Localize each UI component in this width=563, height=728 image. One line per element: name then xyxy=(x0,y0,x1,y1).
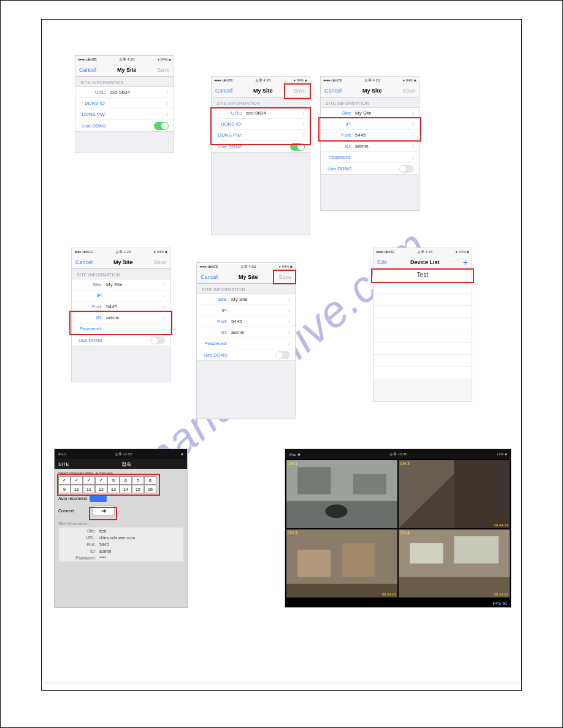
nav-title: My Site xyxy=(239,274,258,280)
row-port[interactable]: Port:5445› xyxy=(72,301,170,313)
toggle-off[interactable] xyxy=(275,351,290,359)
row-use-ddns[interactable]: Use DDNS xyxy=(75,120,174,131)
toggle-off[interactable] xyxy=(150,336,165,344)
svg-point-4 xyxy=(325,504,347,518)
row-id[interactable]: ID:admin› xyxy=(321,141,419,152)
channels-label: Select channels (Max. 4 channel) xyxy=(55,469,187,476)
channel-label: CH 4 xyxy=(400,531,410,535)
row-use-ddns[interactable]: Use DDNS xyxy=(72,335,170,346)
svg-rect-3 xyxy=(353,474,386,494)
channel-cell[interactable]: 13 xyxy=(107,485,120,493)
channel-cell[interactable]: ✓ xyxy=(95,476,107,485)
row-ip[interactable]: IP:› xyxy=(72,290,170,301)
row-port[interactable]: Port:5445› xyxy=(321,130,419,141)
list-row xyxy=(373,367,472,379)
camera-1[interactable]: CH 1 xyxy=(286,460,397,528)
title-bar: SITE 접속 xyxy=(55,459,187,469)
row-url[interactable]: URL: cxd-9604 › xyxy=(75,87,174,98)
cancel-button[interactable]: Cancel xyxy=(75,259,93,265)
list-row xyxy=(373,318,472,330)
toggle-on[interactable] xyxy=(290,143,305,151)
channel-row-1: ✓ ✓ ✓ ✓ 5 6 7 8 xyxy=(58,476,183,485)
auto-reconnect-toggle[interactable] xyxy=(90,495,107,502)
add-button[interactable]: + xyxy=(463,258,468,267)
channel-cell[interactable]: 15 xyxy=(132,485,144,493)
screen-ip-port: ●●●●○ olleh LTE 오후 4:26 ● 94% ■ Cancel M… xyxy=(320,76,419,211)
channel-label: CH 3 xyxy=(288,531,297,535)
channel-cell[interactable]: 8 xyxy=(144,476,156,485)
row-site[interactable]: Site:My Site› xyxy=(197,294,295,305)
list-row xyxy=(373,355,472,367)
channel-cell[interactable]: 14 xyxy=(120,485,132,493)
row-ddns-pw[interactable]: DDNS PW: › xyxy=(212,130,310,141)
row-site[interactable]: Site:My Site› xyxy=(321,108,419,119)
chevron-right-icon: › xyxy=(303,110,305,116)
row-ddns-id[interactable]: DDNS ID: › xyxy=(75,98,174,109)
row-use-ddns[interactable]: Use DDNS xyxy=(212,141,310,152)
camera-2[interactable]: CH 2 08:44:24 xyxy=(399,460,510,528)
row-use-ddns[interactable]: Use DDNS xyxy=(197,349,295,360)
toggle-on[interactable] xyxy=(154,122,169,130)
edit-button[interactable]: Edit xyxy=(377,259,387,265)
page: manualshive.com ●●●●○ olleh LTE 오후 4:28 … xyxy=(0,0,563,728)
chevron-right-icon: › xyxy=(412,110,414,116)
info-url: URL:ddns.cctvuser.com xyxy=(59,534,183,541)
row-id[interactable]: ID:admin› xyxy=(197,327,295,338)
camera-grid: CH 1 CH 2 08:44:24 CH 3 08:44:24 CH 4 08… xyxy=(285,459,511,599)
channel-cell[interactable]: 16 xyxy=(144,485,156,493)
status-bar: iPad ✺ 오후 12:30 17% ■ xyxy=(285,449,511,459)
channel-cell[interactable]: ✓ xyxy=(71,476,83,485)
camera-3[interactable]: CH 3 08:44:24 xyxy=(286,529,397,597)
save-button[interactable]: Save xyxy=(278,274,291,280)
svg-rect-14 xyxy=(454,536,499,563)
cancel-button[interactable]: Cancel xyxy=(215,88,232,94)
camera-4[interactable]: CH 4 08:44:24 xyxy=(399,529,510,597)
nav-title: My Site xyxy=(362,88,382,94)
save-button[interactable]: Save xyxy=(293,88,306,94)
svg-rect-13 xyxy=(410,543,443,563)
row-ip[interactable]: IP:› xyxy=(197,305,295,316)
row-password[interactable]: Password:› xyxy=(321,152,419,163)
site-info-header: Site Information xyxy=(55,518,187,527)
channel-cell[interactable]: 6 xyxy=(120,476,132,485)
cancel-button[interactable]: Cancel xyxy=(79,67,96,73)
channel-cell[interactable]: ✓ xyxy=(83,476,95,485)
channel-cell[interactable]: 5 xyxy=(107,476,120,485)
section-site-info: SITE INFORMATION xyxy=(75,77,174,86)
row-use-ddns[interactable]: Use DDNS xyxy=(321,163,419,174)
row-site[interactable]: Site:My Site› xyxy=(72,279,170,290)
row-ddns-pw[interactable]: DDNS PW: › xyxy=(75,109,174,120)
screen-device-list: ●●●●○ olleh LTE 오후 4:26 ● 94% ■ Edit Dev… xyxy=(373,248,472,402)
channel-cell[interactable]: ✓ xyxy=(58,476,71,485)
save-button[interactable]: Save xyxy=(157,67,170,73)
nav-title: Device List xyxy=(410,259,440,265)
save-button[interactable]: Save xyxy=(153,259,166,265)
nav-title: My Site xyxy=(113,259,133,265)
row-port[interactable]: Port:5445› xyxy=(197,316,295,327)
channel-cell[interactable]: 10 xyxy=(71,485,83,493)
device-list-item[interactable]: Test xyxy=(373,269,472,281)
row-ip[interactable]: IP:› xyxy=(321,119,419,130)
channel-cell[interactable]: 12 xyxy=(95,485,107,493)
row-password[interactable]: Password:› xyxy=(72,324,170,335)
connect-row: Connect ➔ xyxy=(55,503,187,518)
back-button[interactable]: SITE xyxy=(58,461,69,467)
channel-cell[interactable]: 11 xyxy=(83,485,95,493)
auto-reconnect-row: Auto reconnect xyxy=(55,493,187,503)
section-site-info: SITE INFORMATION xyxy=(72,269,170,279)
info-id: ID:admin xyxy=(59,548,183,555)
row-id[interactable]: ID:admin› xyxy=(72,313,170,324)
connect-button[interactable]: ➔ xyxy=(93,506,115,515)
list-row xyxy=(373,306,472,318)
nav-bar: Cancel My Site Save xyxy=(197,270,295,284)
row-ddns-id[interactable]: DDNS ID: › xyxy=(212,119,310,130)
row-url[interactable]: URL: cxd-9604 › xyxy=(212,108,310,119)
cancel-button[interactable]: Cancel xyxy=(201,274,218,280)
toggle-off[interactable] xyxy=(399,165,414,173)
channel-cell[interactable]: 9 xyxy=(58,485,71,493)
save-button[interactable]: Save xyxy=(402,88,415,94)
chevron-right-icon: › xyxy=(163,303,165,310)
channel-cell[interactable]: 7 xyxy=(132,476,144,485)
cancel-button[interactable]: Cancel xyxy=(324,88,342,94)
row-password[interactable]: Password:› xyxy=(197,338,295,349)
